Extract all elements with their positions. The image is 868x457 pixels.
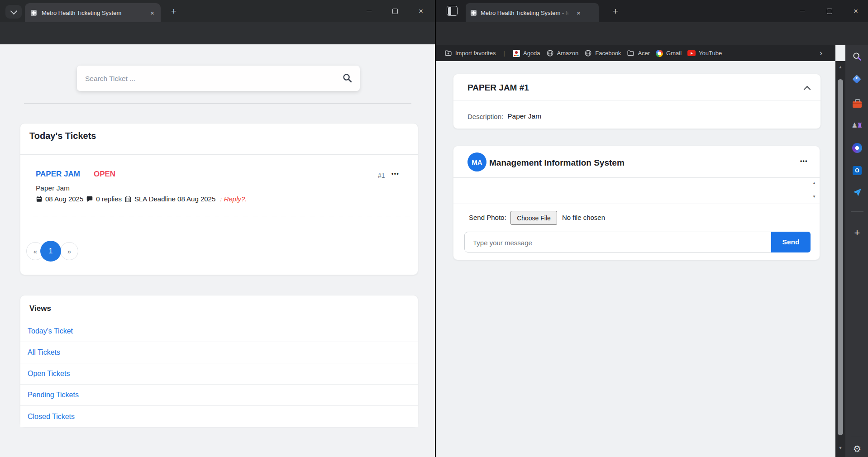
close-window-button[interactable]: ×: [844, 0, 867, 22]
favorite-facebook[interactable]: Facebook: [584, 49, 621, 57]
edge-sidebar: ♟♜ O + ⚙: [845, 45, 868, 457]
view-row[interactable]: Pending Tickets: [20, 385, 418, 406]
message-input-box: [464, 232, 771, 252]
import-favorites-icon: [444, 49, 452, 57]
close-tab-icon[interactable]: ×: [149, 9, 155, 17]
ticket-date: 08 Aug 2025: [45, 195, 83, 203]
ticket-menu-button[interactable]: •••: [391, 171, 399, 177]
maximize-button[interactable]: [818, 0, 841, 22]
ticket-summary: Paper Jam: [36, 184, 70, 192]
right-tab-title: Metro Health Ticketing System - M: [481, 10, 569, 16]
paper-plane-icon: [852, 187, 862, 197]
view-link-closed-tickets[interactable]: Closed Tickets: [28, 413, 75, 421]
card-title: Today's Tickets: [29, 131, 96, 141]
divider: [24, 103, 411, 104]
todays-tickets-card: Today's Tickets PAPER JAM OPEN #1 ••• Pa…: [20, 123, 418, 275]
favorite-amazon[interactable]: Amazon: [546, 49, 579, 57]
outlook-icon: O: [853, 166, 862, 175]
left-tab-strip: Metro Health Ticketing System × + ×: [0, 0, 435, 22]
scroll-down-icon[interactable]: ▼: [812, 195, 816, 199]
favorites-overflow-chevron[interactable]: ›: [820, 48, 822, 58]
globe-icon: [584, 49, 592, 57]
sidebar-settings-button[interactable]: ⚙: [845, 442, 868, 456]
ticket-title-row: PAPER JAM OPEN: [36, 170, 115, 179]
ticket-id: #1: [378, 172, 385, 179]
choose-file-button[interactable]: Choose File: [510, 211, 557, 225]
ticket-detail-panel: PAPER JAM #1 Description: Paper Jam: [453, 74, 821, 129]
search-button[interactable]: [342, 73, 353, 85]
view-row[interactable]: Today's Ticket: [20, 321, 418, 342]
sidebar-drop-button[interactable]: [845, 186, 868, 199]
new-tab-button[interactable]: +: [167, 5, 181, 18]
sidebar-customize-button[interactable]: +: [845, 226, 868, 240]
pagination-next-button[interactable]: »: [60, 242, 78, 260]
left-page-content: Today's Tickets PAPER JAM OPEN #1 ••• Pa…: [0, 44, 435, 457]
favorite-gmail[interactable]: Gmail: [656, 50, 682, 57]
minimize-icon: [800, 11, 805, 11]
ticket-search-box: [77, 66, 360, 91]
message-input[interactable]: [472, 232, 759, 253]
left-active-tab[interactable]: Metro Health Ticketing System ×: [25, 3, 161, 22]
view-row[interactable]: Open Tickets: [20, 363, 418, 385]
ticket-detail-title: PAPER JAM #1: [467, 83, 529, 93]
sidebar-search-button[interactable]: [845, 50, 868, 63]
import-favorites-button[interactable]: Import favorites: [444, 49, 496, 57]
replies-icon: [86, 195, 93, 202]
collapse-chevron-icon[interactable]: [804, 86, 811, 93]
favorite-acer[interactable]: Acer: [627, 49, 650, 57]
sidebar-games-button[interactable]: ♟♜: [845, 119, 868, 132]
minimize-button[interactable]: [358, 0, 380, 22]
message-scroll-area[interactable]: ▲ ▼: [453, 177, 820, 204]
close-tab-icon[interactable]: ×: [576, 9, 582, 17]
folder-icon: [627, 49, 634, 57]
left-browser-window: Metro Health Ticketing System × + × ← → …: [0, 0, 435, 457]
favorite-agoda[interactable]: Agoda: [513, 50, 540, 57]
view-link-all-tickets[interactable]: All Tickets: [28, 348, 60, 357]
sidebar-tools-button[interactable]: [845, 96, 868, 110]
sidebar-shopping-button[interactable]: [845, 73, 868, 86]
sidebar-outlook-button[interactable]: O: [845, 164, 868, 177]
maximize-icon: [827, 9, 832, 14]
view-row[interactable]: Closed Tickets: [20, 406, 418, 427]
left-tab-title: Metro Health Ticketing System: [42, 10, 149, 16]
send-button[interactable]: Send: [771, 232, 811, 252]
maximize-button[interactable]: [384, 0, 406, 22]
screen: Metro Health Ticketing System × + × ← → …: [0, 0, 868, 457]
ticket-sla: SLA Deadline 08 Aug 2025: [134, 195, 215, 203]
tab-actions-menu-button[interactable]: [447, 6, 458, 16]
youtube-icon: [687, 50, 696, 56]
gmail-icon: [656, 50, 663, 57]
ticket-name-link[interactable]: PAPER JAM: [36, 170, 80, 179]
chat-menu-button[interactable]: •••: [800, 158, 808, 164]
scrollbar-thumb[interactable]: [838, 79, 843, 435]
sidebar-microsoft365-button[interactable]: [845, 141, 868, 155]
search-icon: [342, 73, 353, 83]
favorites-bar: Import favorites | Agoda Amazon Facebook…: [436, 45, 835, 61]
sender-name: Management Information System: [489, 158, 625, 168]
view-link-pending-tickets[interactable]: Pending Tickets: [28, 391, 79, 399]
right-tab-strip: Metro Health Ticketing System - M × + ×: [436, 0, 868, 22]
minimize-button[interactable]: [791, 0, 813, 22]
toolbox-icon: [853, 101, 862, 108]
ticket-reply-link[interactable]: : Reply?.: [220, 195, 247, 203]
right-active-tab[interactable]: Metro Health Ticketing System - M ×: [466, 3, 599, 22]
close-window-button[interactable]: ×: [410, 0, 432, 22]
view-link-open-tickets[interactable]: Open Tickets: [28, 370, 70, 378]
left-toolbar: ← → localhost:7180 ☆: [0, 22, 435, 44]
view-link-todays-ticket[interactable]: Today's Ticket: [28, 327, 73, 335]
view-row[interactable]: All Tickets: [20, 342, 418, 363]
sender-avatar: MA: [467, 152, 486, 171]
ticket-search-input[interactable]: [84, 66, 330, 92]
scroll-up-icon[interactable]: ▲: [835, 65, 845, 69]
pagination-page-1-button[interactable]: 1: [40, 241, 61, 262]
divider: [453, 100, 820, 100]
favorite-youtube[interactable]: YouTube: [687, 50, 722, 57]
chat-panel: MA Management Information System ••• ▲ ▼…: [453, 146, 820, 260]
scroll-down-icon[interactable]: ▼: [835, 446, 845, 450]
scroll-up-icon[interactable]: ▲: [812, 181, 816, 185]
tab-search-chevron-button[interactable]: [5, 5, 22, 19]
new-tab-button[interactable]: +: [609, 5, 622, 18]
page-scrollbar[interactable]: ▲ ▼: [835, 61, 845, 457]
tab-title-fade: [558, 10, 569, 16]
description-label: Description:: [467, 113, 503, 120]
